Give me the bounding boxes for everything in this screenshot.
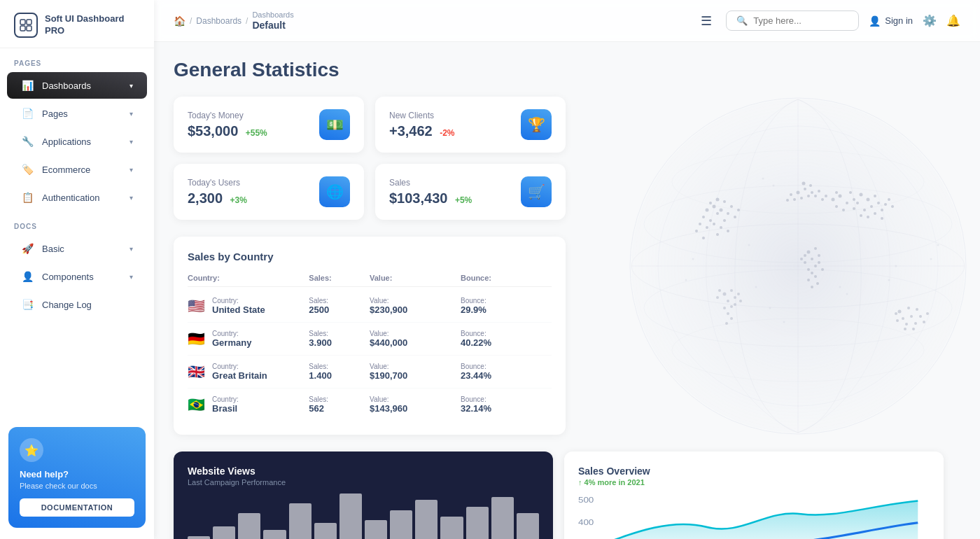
svg-point-126 (692, 258, 694, 260)
svg-point-24 (723, 219, 726, 222)
country-row-gb: 🇬🇧 Country: Great Britain Sales: 1.400 V… (188, 356, 552, 388)
svg-point-29 (709, 202, 712, 204)
bar-chart-header: Website Views Last Campaign Performance (188, 465, 539, 486)
bounce-cell-br: Bounce: 32.14% (461, 396, 552, 414)
svg-rect-2 (20, 26, 25, 31)
svg-point-7 (631, 224, 965, 308)
sidebar-item-auth-label: Authentication (42, 192, 99, 203)
sales-label-de: Sales: (309, 330, 370, 337)
breadcrumb-sep-1: / (190, 16, 192, 26)
svg-point-60 (842, 209, 845, 211)
sidebar-item-ecommerce[interactable]: 🏷️ Ecommerce ▾ (7, 156, 147, 183)
col-bounce: Bounce: (461, 274, 552, 282)
svg-point-22 (695, 230, 698, 232)
sidebar-item-pages[interactable]: 📄 Pages ▾ (7, 100, 147, 127)
search-box[interactable]: 🔍 (726, 10, 859, 31)
svg-point-101 (716, 296, 719, 299)
svg-point-11 (672, 318, 924, 382)
svg-point-122 (839, 286, 841, 288)
value-label-br: Value: (370, 396, 461, 403)
svg-point-111 (905, 323, 908, 326)
logo-icon (14, 13, 38, 38)
content-area: // Will generate dots via JS (154, 42, 980, 539)
stat-value-money: $53,000 (188, 123, 238, 139)
stat-value-row-clients: +3,462 -2% (389, 123, 455, 139)
sidebar-item-basic[interactable]: 🚀 Basic ▾ (7, 235, 147, 262)
svg-rect-0 (20, 20, 25, 24)
bar (263, 530, 286, 539)
breadcrumb-dashboards: Dashboards (196, 16, 241, 26)
svg-point-70 (860, 214, 862, 217)
sign-in-button[interactable]: 👤 Sign in (869, 15, 913, 27)
svg-point-38 (811, 191, 813, 194)
sidebar-item-changelog[interactable]: 📑 Change Log (7, 291, 147, 318)
breadcrumb-current-wrap: Dashboards Default (252, 10, 293, 31)
sidebar-item-applications-label: Applications (42, 136, 91, 147)
documentation-button[interactable]: DOCUMENTATION (20, 498, 134, 517)
topbar: 🏠 / Dashboards / Dashboards Default ☰ 🔍 … (154, 0, 980, 42)
sidebar-item-authentication[interactable]: 📋 Authentication ▾ (7, 184, 147, 211)
svg-point-59 (877, 202, 880, 204)
svg-point-34 (727, 230, 729, 232)
pages-section-label: PAGES (0, 48, 154, 71)
svg-point-43 (818, 190, 820, 192)
sales-label-us: Sales: (309, 297, 370, 304)
svg-point-52 (860, 193, 863, 197)
svg-point-58 (870, 205, 873, 208)
country-name-gb: Great Britain (212, 370, 267, 381)
stat-value-row-users: 2,300 +3% (188, 190, 247, 206)
svg-point-83 (804, 254, 806, 257)
col-sales: Sales: (309, 274, 370, 282)
svg-text:400: 400 (578, 519, 594, 527)
flag-gb: 🇬🇧 (188, 363, 205, 380)
flag-br: 🇧🇷 (188, 396, 205, 413)
sidebar-item-basic-label: Basic (42, 244, 64, 254)
svg-point-26 (730, 205, 733, 208)
country-cell-gb: 🇬🇧 Country: Great Britain (188, 363, 309, 381)
bar (491, 497, 514, 539)
value-value-br: $143,960 (370, 403, 407, 414)
globe-decoration: // Will generate dots via JS (595, 70, 980, 462)
bounce-value-gb: 23.44% (461, 370, 491, 381)
svg-point-46 (790, 193, 792, 196)
sidebar-item-dashboards[interactable]: 📊 Dashboards ▾ (7, 72, 147, 99)
sidebar-logo: Soft UI Dashboard PRO (0, 0, 154, 48)
svg-point-93 (734, 296, 736, 299)
bounce-label-de: Bounce: (461, 330, 552, 337)
sales-overview-card: Sales Overview ↑ 4% more in 2021 (564, 451, 944, 539)
search-input[interactable] (753, 15, 848, 26)
value-cell-br: Value: $143,960 (370, 396, 461, 414)
notification-icon[interactable]: 🔔 (946, 14, 960, 27)
svg-point-124 (783, 321, 785, 323)
svg-point-36 (797, 191, 800, 195)
svg-point-128 (930, 258, 932, 260)
svg-point-109 (919, 315, 922, 318)
svg-point-44 (809, 184, 812, 187)
stat-label-sales: Sales (389, 178, 472, 188)
svg-point-31 (737, 209, 740, 211)
bar (440, 517, 463, 539)
svg-point-6 (631, 99, 965, 433)
svg-point-51 (849, 191, 852, 194)
svg-point-81 (818, 261, 820, 264)
sales-overview-title: Sales Overview (578, 465, 930, 477)
svg-point-63 (835, 205, 838, 208)
svg-point-39 (793, 198, 796, 201)
settings-icon[interactable]: ⚙️ (923, 14, 937, 27)
svg-point-89 (816, 282, 819, 285)
stat-card-sales: Sales $103,430 +5% 🛒 (375, 164, 566, 220)
country-row-br: 🇧🇷 Country: Brasil Sales: 562 Value: $14… (188, 388, 552, 421)
sidebar-item-applications[interactable]: 🔧 Applications ▾ (7, 128, 147, 155)
sales-overview-sub: ↑ 4% more in 2021 (578, 478, 930, 486)
svg-point-30 (734, 216, 736, 218)
stat-info-money: Today's Money $53,000 +55% (188, 111, 267, 139)
svg-point-123 (846, 293, 848, 295)
bounce-label-br: Bounce: (461, 396, 552, 403)
country-name-wrap-de: Country: Germany (212, 330, 251, 348)
hamburger-icon[interactable]: ☰ (698, 10, 715, 31)
svg-point-19 (720, 209, 723, 212)
sidebar-item-components[interactable]: 👤 Components ▾ (7, 263, 147, 290)
page-title: General Statistics (174, 59, 960, 81)
bar-chart-subtitle: Last Campaign Performance (188, 478, 539, 486)
sidebar-item-dashboards-label: Dashboards (42, 80, 91, 91)
